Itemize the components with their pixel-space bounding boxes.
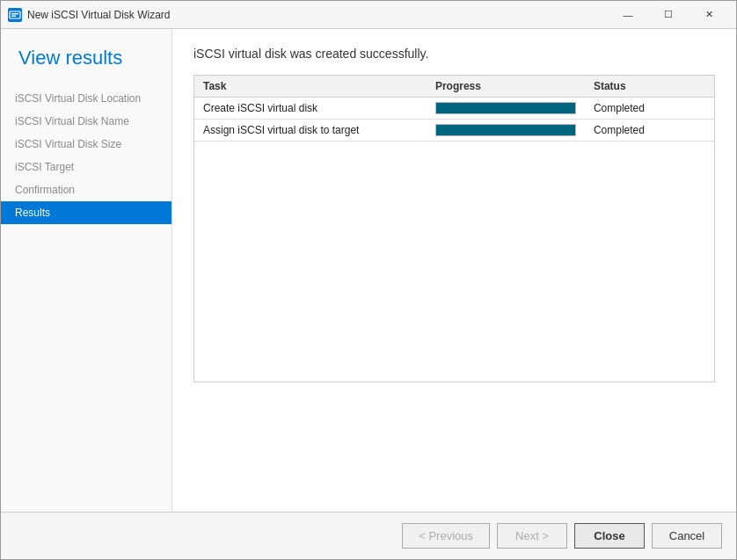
footer: < Previous Next > Close Cancel [1,512,736,559]
title-bar: New iSCSI Virtual Disk Wizard — ☐ ✕ [1,1,736,29]
svg-rect-0 [10,11,20,18]
svg-rect-1 [11,13,18,15]
col-header-progress: Progress [427,76,585,98]
col-header-status: Status [585,76,714,98]
window-controls: — ☐ ✕ [608,1,729,29]
window-close-button[interactable]: ✕ [689,1,729,29]
sidebar-item-results: Results [1,201,171,224]
results-table: Task Progress Status Create iSCSI virtua… [194,76,714,142]
sidebar-item-confirmation: Confirmation [1,178,171,201]
col-header-task: Task [194,76,427,98]
sidebar-item-location: iSCSI Virtual Disk Location [1,87,171,110]
cell-status: Completed [585,98,714,120]
cell-status: Completed [585,120,714,142]
sidebar-item-name: iSCSI Virtual Disk Name [1,110,171,133]
content-area: View results iSCSI Virtual Disk Location… [1,29,736,512]
cell-progress [427,120,585,142]
sidebar: View results iSCSI Virtual Disk Location… [1,29,172,512]
page-title: View results [1,38,171,87]
cell-task: Create iSCSI virtual disk [194,98,427,120]
app-icon [8,8,22,22]
results-table-wrapper: Task Progress Status Create iSCSI virtua… [193,75,715,382]
wizard-window: New iSCSI Virtual Disk Wizard — ☐ ✕ View… [0,0,737,560]
cancel-button[interactable]: Cancel [652,523,722,549]
previous-button[interactable]: < Previous [402,523,490,549]
main-content: iSCSI virtual disk was created successfu… [172,29,736,512]
next-button[interactable]: Next > [497,523,567,549]
table-row: Assign iSCSI virtual disk to targetCompl… [194,120,714,142]
cell-task: Assign iSCSI virtual disk to target [194,120,427,142]
close-button[interactable]: Close [574,523,645,549]
minimize-button[interactable]: — [608,1,648,29]
success-message: iSCSI virtual disk was created successfu… [193,47,715,61]
maximize-button[interactable]: ☐ [648,1,689,29]
svg-rect-2 [11,15,16,17]
window-title: New iSCSI Virtual Disk Wizard [27,9,608,21]
cell-progress [427,98,585,120]
sidebar-item-size: iSCSI Virtual Disk Size [1,133,171,156]
table-row: Create iSCSI virtual diskCompleted [194,98,714,120]
sidebar-item-target: iSCSI Target [1,156,171,178]
table-header-row: Task Progress Status [194,76,714,98]
